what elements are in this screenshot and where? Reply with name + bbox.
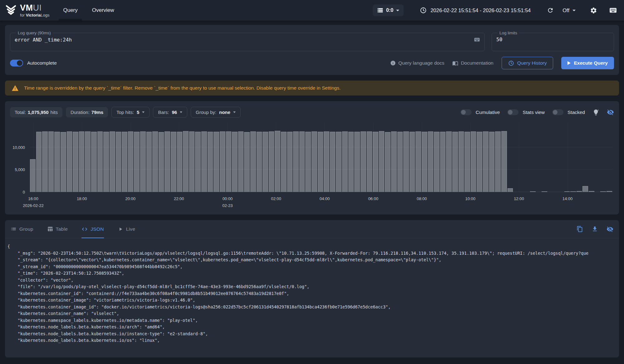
v-gridline xyxy=(373,123,374,192)
chevron-down-icon xyxy=(142,111,145,113)
chart-bar xyxy=(177,132,183,192)
chart-bar xyxy=(244,132,250,192)
nav-tab-query[interactable]: Query xyxy=(61,0,79,21)
chart-bar xyxy=(483,131,489,192)
group-by-dropdown[interactable]: Group by:none xyxy=(191,107,241,118)
refresh-icon xyxy=(547,7,554,14)
x-tick-label: 04:00 xyxy=(320,196,330,201)
tab-json[interactable]: JSON xyxy=(81,220,104,238)
x-tick-label: 12:00 xyxy=(514,196,524,201)
nav-tab-overview[interactable]: Overview xyxy=(90,0,116,21)
log-limits-field: Log limits xyxy=(492,31,614,51)
hide-chart-eye-off-icon[interactable] xyxy=(607,109,614,116)
chart-bar xyxy=(403,131,409,192)
hide-output-eye-off-icon[interactable] xyxy=(607,226,613,233)
execute-query-button[interactable]: Execute Query xyxy=(561,57,614,69)
time-range-picker[interactable]: 2026-02-22 15:51:54 - 2026-02-23 15:51:5… xyxy=(420,7,531,14)
chart-bar xyxy=(54,132,60,192)
autorefresh-value: Off xyxy=(563,7,569,13)
chart-bar xyxy=(336,132,341,192)
v-gridline xyxy=(33,123,33,192)
x-tick-label: 20:00 xyxy=(125,196,135,201)
tenant-selector[interactable]: 0:0 xyxy=(373,4,404,16)
chart-bar xyxy=(434,132,440,192)
log-limits-input[interactable] xyxy=(496,37,609,42)
chart-bar xyxy=(238,131,244,192)
bars-dropdown[interactable]: Bars:96 xyxy=(153,107,187,118)
tab-live[interactable]: Live xyxy=(118,220,135,238)
chart-bar xyxy=(305,132,311,192)
chart-bar xyxy=(391,131,397,192)
chart-bar xyxy=(103,132,109,192)
tab-table[interactable]: Table xyxy=(47,220,68,238)
query-language-docs-link[interactable]: Query language docs xyxy=(390,60,444,66)
chart-bar xyxy=(415,131,421,192)
x-tick-label: 08:00 xyxy=(417,196,427,201)
chart-bar xyxy=(582,186,588,192)
chart-bar xyxy=(220,131,225,192)
chart-bar xyxy=(201,131,207,192)
time-range-value: 2026-02-22 15:51:54 - 2026-02-23 15:51:5… xyxy=(430,7,531,13)
log-limits-label: Log limits xyxy=(498,31,519,35)
chart-plot-area[interactable] xyxy=(30,123,613,192)
chart-bar xyxy=(312,131,317,192)
log-query-field: Log query (90ms) xyxy=(10,31,485,51)
query-history-button[interactable]: Query History xyxy=(502,57,553,69)
autorefresh-selector[interactable]: Off xyxy=(563,7,576,13)
chart-bar xyxy=(281,132,287,192)
chart-bar xyxy=(446,131,452,192)
chart-bar xyxy=(208,132,213,192)
chart-bar xyxy=(495,131,501,192)
chart-bar xyxy=(134,132,140,192)
chart-bar xyxy=(85,131,91,192)
chart-bar xyxy=(110,131,115,192)
autocomplete-toggle[interactable] xyxy=(10,60,23,66)
settings-button[interactable] xyxy=(588,5,599,16)
chart-bar xyxy=(330,132,336,192)
book-icon xyxy=(452,60,458,66)
topbar: VMUI for VictoriaLogs Query Overview 0:0… xyxy=(0,0,624,21)
clock-icon xyxy=(420,7,427,14)
output-tabs: Group Table JSON Live xyxy=(5,220,619,238)
v-gridline xyxy=(470,123,471,192)
tips-lightbulb-icon[interactable] xyxy=(592,109,599,116)
chevron-down-icon xyxy=(180,111,182,113)
hits-bar-chart[interactable]: 05,00010,000 16:002026-02-2218:0020:0022… xyxy=(10,123,614,208)
chart-bar xyxy=(232,132,238,192)
query-keyboard-icon[interactable] xyxy=(474,37,480,43)
gear-icon xyxy=(590,7,597,14)
duration-chip: Duration:79ms xyxy=(66,107,108,117)
tab-group[interactable]: Group xyxy=(11,220,33,238)
chevron-down-icon xyxy=(572,10,576,11)
refresh-button[interactable] xyxy=(545,5,556,16)
keyboard-shortcuts-button[interactable] xyxy=(607,4,619,16)
cumulative-toggle[interactable] xyxy=(460,109,472,115)
chart-bar xyxy=(299,131,305,192)
app-subtitle: for VictoriaLogs xyxy=(20,13,49,17)
copy-icon[interactable] xyxy=(577,226,583,232)
chart-bar xyxy=(275,131,280,192)
chart-bar xyxy=(428,131,434,192)
chart-bar xyxy=(367,131,372,192)
results-panel: Total:1,075,950hits Duration:79ms Top hi… xyxy=(5,101,619,214)
chart-bar xyxy=(116,132,121,192)
chart-bar xyxy=(501,131,507,192)
chart-bar xyxy=(361,131,366,192)
documentation-link[interactable]: Documentation xyxy=(452,60,493,66)
victoriametrics-logo-icon xyxy=(4,4,17,17)
chart-bar xyxy=(165,131,170,192)
log-query-input[interactable] xyxy=(15,37,474,43)
stats-view-toggle[interactable] xyxy=(507,109,518,115)
chart-bar xyxy=(269,131,274,192)
stacked-toggle[interactable] xyxy=(552,109,563,115)
download-icon[interactable] xyxy=(592,226,598,232)
chart-bar xyxy=(397,132,403,192)
y-tick-label: 10,000 xyxy=(12,145,25,150)
app-logo[interactable]: VMUI for VictoriaLogs xyxy=(4,4,49,17)
chart-bar xyxy=(293,131,299,192)
chart-x-axis: 16:002026-02-2218:0020:0022:0000:0002-23… xyxy=(30,192,613,208)
top-hits-dropdown[interactable]: Top hits:5 xyxy=(111,107,150,118)
main-nav: Query Overview xyxy=(61,0,126,21)
app-title: VMUI xyxy=(20,3,42,12)
history-clock-icon xyxy=(508,60,514,66)
